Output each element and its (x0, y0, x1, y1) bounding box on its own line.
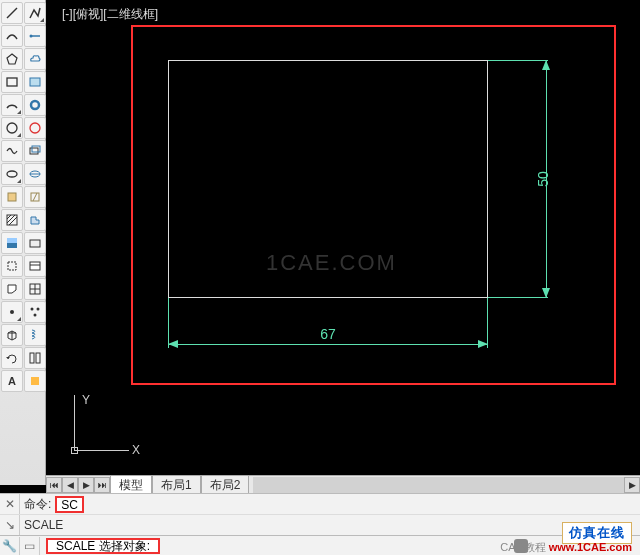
tool-panels[interactable] (24, 347, 46, 369)
svg-line-17 (7, 215, 11, 219)
tool-point[interactable] (1, 301, 23, 323)
drawing-canvas[interactable]: [-][俯视][二维线框] 67 50 1CAE.COM Y X (46, 0, 640, 475)
svg-rect-21 (7, 238, 17, 243)
svg-rect-10 (32, 146, 40, 152)
svg-rect-9 (30, 148, 38, 154)
command-line-1: ✕ 命令: SC (0, 494, 640, 515)
svg-point-8 (30, 123, 40, 133)
tool-cloud[interactable] (24, 48, 46, 70)
svg-line-0 (7, 8, 17, 18)
tool-text-a[interactable]: A (1, 370, 23, 392)
tool-helix[interactable] (24, 324, 46, 346)
svg-line-19 (9, 217, 17, 225)
command-active-prompt[interactable]: SCALE 选择对象: (46, 538, 160, 554)
svg-rect-4 (7, 78, 17, 86)
cmd-model-icon[interactable]: ▭ (20, 537, 40, 555)
dimension-width-value: 67 (320, 326, 336, 342)
tool-region[interactable] (24, 209, 46, 231)
svg-rect-16 (7, 215, 17, 225)
tool-bound[interactable] (1, 255, 23, 277)
tool-table[interactable] (24, 278, 46, 300)
tool-spline[interactable] (1, 25, 23, 47)
svg-rect-23 (8, 262, 16, 270)
tab-nav-prev[interactable]: ◀ (62, 477, 78, 493)
tool-rect-fill[interactable] (24, 71, 46, 93)
svg-marker-3 (7, 54, 17, 64)
dimension-vertical[interactable]: 50 (526, 60, 556, 298)
command-area: ✕ 命令: SC ↘ SCALE (0, 493, 640, 535)
svg-point-11 (7, 171, 17, 177)
h-scroll-right[interactable]: ▶ (624, 477, 640, 493)
command-prompt-label: 命令: (20, 496, 55, 513)
tool-points[interactable] (24, 301, 46, 323)
caption-red: www.1CAE.com (549, 541, 632, 553)
watermark-text: 1CAE.COM (266, 250, 397, 276)
tab-layout2[interactable]: 布局2 (201, 476, 250, 494)
svg-point-32 (37, 308, 40, 311)
svg-line-18 (7, 215, 15, 223)
tab-model[interactable]: 模型 (110, 476, 152, 494)
tool-spline2[interactable] (1, 140, 23, 162)
tool-rot[interactable] (1, 347, 23, 369)
layout-tab-bar: ⏮ ◀ ▶ ⏭ 模型 布局1 布局2 ▶ (46, 475, 640, 493)
tool-3d[interactable] (1, 324, 23, 346)
tool-rect[interactable] (1, 71, 23, 93)
tab-layout1[interactable]: 布局1 (152, 476, 201, 494)
svg-marker-34 (6, 357, 10, 359)
ucs-x-label: X (132, 443, 140, 457)
svg-point-31 (31, 308, 34, 311)
caption-badge: CAD教程 www.1CAE.com (500, 540, 632, 555)
command-line-2: ↘ SCALE (0, 515, 640, 536)
tab-nav-first[interactable]: ⏮ (46, 477, 62, 493)
svg-rect-35 (30, 353, 34, 363)
draw-toolbox: A (0, 0, 46, 485)
tool-blockref[interactable] (24, 186, 46, 208)
command-input-highlight[interactable]: SC (55, 496, 84, 513)
tool-offset[interactable] (24, 140, 46, 162)
svg-marker-26 (8, 285, 16, 293)
dimension-height-value: 50 (535, 171, 551, 187)
tool-arc[interactable] (1, 94, 23, 116)
svg-rect-14 (8, 193, 16, 201)
svg-rect-5 (30, 78, 40, 86)
svg-rect-24 (30, 262, 40, 270)
svg-point-33 (34, 314, 37, 317)
ucs-icon: Y X (56, 395, 136, 465)
tool-donut[interactable] (24, 94, 46, 116)
svg-rect-36 (36, 353, 40, 363)
tool-revcircle[interactable] (24, 117, 46, 139)
svg-rect-22 (30, 240, 40, 247)
dimension-horizontal[interactable]: 67 (168, 332, 488, 350)
viewport-label[interactable]: [-][俯视][二维线框] (62, 6, 158, 23)
tool-grad[interactable] (1, 232, 23, 254)
tab-nav-last[interactable]: ⏭ (94, 477, 110, 493)
tool-ell2[interactable] (24, 163, 46, 185)
command-echo-text: SCALE (20, 518, 63, 532)
tool-wipeout[interactable] (1, 278, 23, 300)
svg-point-30 (10, 310, 14, 314)
svg-point-2 (30, 35, 33, 38)
tab-nav-next[interactable]: ▶ (78, 477, 94, 493)
tool-line[interactable] (1, 2, 23, 24)
cmd-recent-icon[interactable]: ↘ (0, 515, 20, 535)
tool-circle[interactable] (1, 117, 23, 139)
tool-ellipse[interactable] (1, 163, 23, 185)
h-scrollbar[interactable] (253, 477, 624, 493)
cmd-history-icon[interactable]: ✕ (0, 494, 20, 514)
tool-block[interactable] (1, 186, 23, 208)
tool-card[interactable] (24, 255, 46, 277)
tool-pline[interactable] (24, 2, 46, 24)
ucs-y-label: Y (82, 393, 90, 407)
cmd-tools-icon[interactable]: 🔧 (0, 537, 20, 555)
tool-polygon[interactable] (1, 48, 23, 70)
tool-color[interactable] (24, 370, 46, 392)
svg-rect-38 (31, 377, 39, 385)
svg-point-7 (7, 123, 17, 133)
caption-grey: CAD教程 (500, 541, 545, 553)
tool-hatch[interactable] (1, 209, 23, 231)
tool-ray[interactable] (24, 25, 46, 47)
tool-mask[interactable] (24, 232, 46, 254)
svg-point-6 (31, 101, 39, 109)
svg-text:A: A (8, 375, 16, 387)
